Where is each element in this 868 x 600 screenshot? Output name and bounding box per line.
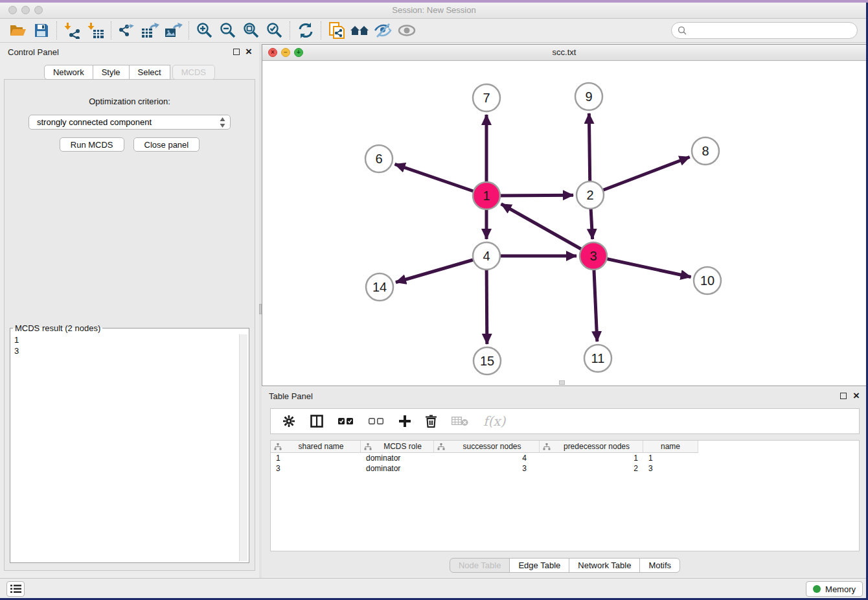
search-icon [678, 26, 687, 35]
optimization-criterion-value: strongly connected component [37, 117, 152, 127]
deselect-all-columns-icon[interactable] [369, 418, 384, 425]
delete-columns-icon[interactable] [426, 415, 437, 428]
zoom-out-icon[interactable] [216, 21, 240, 40]
memory-status-icon [813, 585, 821, 593]
export-image-icon[interactable] [162, 21, 185, 40]
search-input[interactable] [687, 25, 857, 36]
graph-node-label-2: 2 [586, 188, 593, 202]
control-tab-network[interactable]: Network [44, 65, 93, 80]
application-window: Session: New Session [0, 0, 868, 600]
run-mcds-button[interactable]: Run MCDS [60, 137, 124, 152]
first-neighbors-icon[interactable] [348, 21, 372, 40]
result-scrollbar[interactable] [239, 334, 247, 561]
network-view-frame: × − + scc.txt 7968124314101511 [262, 44, 867, 386]
column-header-predecessor-nodes[interactable]: predecessor nodes [540, 441, 643, 453]
control-tab-mcds[interactable]: MCDS [172, 65, 215, 80]
graph-node-label-14: 14 [372, 280, 387, 294]
graph-edge-3-10[interactable] [593, 256, 691, 277]
table-panel-title: Table Panel [269, 391, 313, 401]
network-canvas[interactable]: 7968124314101511 [263, 61, 865, 385]
column-header-MCDS-role[interactable]: MCDS role [361, 441, 434, 453]
add-column-icon[interactable] [399, 415, 411, 427]
table-cell[interactable]: 1 [643, 454, 698, 463]
table-cell[interactable]: 3 [643, 464, 698, 473]
select-chevrons-icon [220, 117, 225, 130]
export-table-icon[interactable] [139, 21, 162, 40]
zoom-selected-icon[interactable] [263, 21, 286, 40]
mcds-result-title: MCDS result (2 nodes) [13, 323, 102, 333]
table-tab-node-table[interactable]: Node Table [450, 558, 510, 573]
optimization-criterion-select[interactable]: strongly connected component [29, 115, 231, 130]
control-panel-float-icon[interactable] [233, 49, 240, 55]
optimization-criterion-label: Optimization criterion: [5, 97, 255, 106]
main-toolbar [0, 19, 868, 43]
zoom-fit-icon[interactable] [240, 21, 263, 40]
zoom-in-icon[interactable] [193, 21, 216, 40]
table-panel-float-icon[interactable] [840, 393, 847, 399]
close-panel-button[interactable]: Close panel [133, 137, 200, 152]
canvas-scroll-thumb[interactable] [559, 380, 565, 385]
control-panel-title: Control Panel [8, 47, 59, 57]
function-builder-icon[interactable]: f(x) [483, 413, 505, 429]
import-table-icon[interactable] [84, 21, 108, 40]
table-cell[interactable]: 3 [271, 464, 361, 473]
node-table: shared nameMCDS rolesuccessor nodesprede… [270, 440, 860, 551]
table-cell[interactable]: 3 [434, 464, 540, 473]
network-graph[interactable]: 7968124314101511 [263, 61, 867, 386]
graph-node-label-4: 4 [483, 249, 490, 263]
mcds-panel: Optimization criterion: strongly connect… [4, 79, 255, 571]
table-cell[interactable]: 2 [540, 464, 643, 473]
table-settings-icon[interactable] [282, 415, 295, 428]
table-tab-edge-table[interactable]: Edge Table [509, 558, 569, 573]
control-panel: Control Panel × NetworkStyleSelectMCDS O… [0, 43, 259, 579]
toolbar-separator [111, 21, 112, 40]
memory-button[interactable]: Memory [806, 581, 863, 597]
graph-edge-1-6[interactable] [395, 164, 486, 196]
toolbar-separator [321, 21, 322, 40]
toolbar-separator [290, 21, 291, 40]
table-tab-motifs[interactable]: Motifs [639, 558, 680, 573]
table-cell[interactable]: dominator [361, 464, 434, 473]
search-field[interactable] [671, 22, 858, 39]
memory-button-label: Memory [825, 584, 856, 594]
graph-node-label-9: 9 [585, 89, 592, 104]
column-header-name[interactable]: name [643, 441, 698, 453]
result-line: 3 [14, 345, 238, 356]
split-panel-icon[interactable] [310, 415, 323, 428]
open-session-icon[interactable] [6, 21, 30, 40]
table-panel-close-icon[interactable]: × [853, 388, 860, 404]
select-all-columns-icon[interactable] [338, 418, 354, 425]
table-cell[interactable]: 1 [540, 454, 643, 463]
task-history-button[interactable] [6, 581, 25, 597]
clone-network-icon[interactable] [325, 21, 348, 40]
table-tab-network-table[interactable]: Network Table [569, 558, 640, 573]
hide-selected-icon[interactable] [372, 21, 395, 40]
control-tab-select[interactable]: Select [129, 65, 170, 80]
network-frame-title: scc.txt [262, 47, 866, 57]
column-header-shared-name[interactable]: shared name [271, 441, 361, 453]
export-network-icon[interactable] [115, 21, 139, 40]
table-cell[interactable]: dominator [361, 454, 434, 463]
control-panel-tabs: NetworkStyleSelectMCDS [0, 65, 259, 80]
graph-edge-2-8[interactable] [590, 157, 690, 195]
table-row[interactable]: 1dominator411 [271, 453, 859, 463]
apply-layout-icon[interactable] [294, 21, 317, 40]
graph-edge-3-1[interactable] [501, 204, 593, 256]
graph-node-label-7: 7 [483, 91, 490, 105]
status-bar: Memory [0, 578, 868, 600]
main-area: Control Panel × NetworkStyleSelectMCDS O… [0, 43, 868, 579]
table-cell[interactable]: 4 [434, 454, 540, 463]
graph-node-label-15: 15 [480, 354, 494, 368]
control-panel-close-icon[interactable]: × [246, 44, 252, 60]
save-session-icon[interactable] [30, 21, 53, 40]
delete-table-icon[interactable] [451, 416, 468, 426]
table-cell[interactable]: 1 [271, 454, 361, 463]
network-frame-titlebar: × − + scc.txt [262, 45, 866, 61]
column-type-icon [274, 443, 282, 450]
control-tab-style[interactable]: Style [93, 65, 130, 80]
show-all-icon[interactable] [395, 21, 418, 40]
column-header-successor-nodes[interactable]: successor nodes [434, 441, 540, 453]
table-row[interactable]: 3dominator323 [271, 463, 859, 474]
column-type-icon [364, 443, 372, 450]
import-network-icon[interactable] [61, 21, 84, 40]
